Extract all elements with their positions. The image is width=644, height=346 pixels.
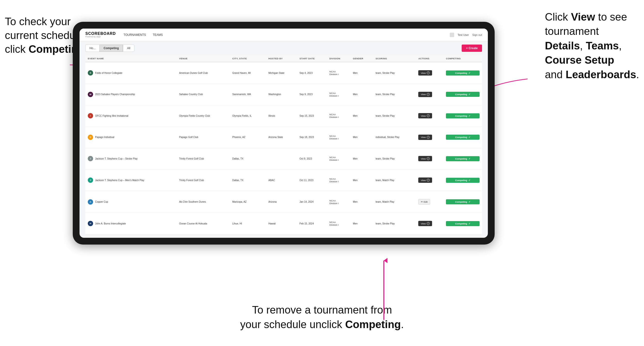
checkmark-icon: ✓ <box>468 136 470 139</box>
col-hosted-by: HOSTED BY <box>266 55 297 62</box>
competing-button[interactable]: Competing ✓ <box>446 92 480 97</box>
checkmark-icon: ✓ <box>468 200 470 203</box>
cell-venue: Trinity Forest Golf Club <box>177 170 230 191</box>
cell-division: NCAADivision I <box>327 148 350 170</box>
table-row: A Copper Cup Ak-Chin Southern DunesMaric… <box>85 191 482 213</box>
tab-all[interactable]: All <box>123 44 134 52</box>
col-actions: ACTIONS <box>416 55 444 62</box>
cell-hosted_by: Arizona State <box>266 127 297 148</box>
table-row: J Jackson T. Stephens Cup – Men's Match … <box>85 170 482 191</box>
view-button[interactable]: View i <box>418 156 432 161</box>
cell-scoring: team, Stroke Play <box>373 84 416 105</box>
anno-tr-bold3: Teams <box>586 40 619 52</box>
sign-out-link[interactable]: Sign out <box>472 33 482 36</box>
view-button[interactable]: View i <box>418 70 432 76</box>
cell-event-name: J Jackson T. Stephens Cup – Men's Match … <box>85 170 177 191</box>
info-icon: i <box>427 179 430 181</box>
cell-start_date: Oct 9, 2023 <box>297 148 327 170</box>
checkmark-icon: ✓ <box>468 179 470 181</box>
table-row: J Jackson T. Stephens Cup – Stroke Play … <box>85 148 482 170</box>
team-logo: P <box>88 135 93 140</box>
cell-city_state: Phoenix, AZ <box>230 127 266 148</box>
cell-actions: View i <box>416 84 444 105</box>
team-logo: H <box>88 221 93 226</box>
competing-button[interactable]: Competing ✓ <box>446 113 480 118</box>
cell-gender: Men <box>350 105 373 127</box>
competing-button[interactable]: Competing ✓ <box>446 221 480 226</box>
cell-gender: Men <box>350 84 373 105</box>
tab-home[interactable]: Ho... <box>85 44 100 52</box>
cell-scoring: team, Stroke Play <box>373 148 416 170</box>
table-row: W 2023 Sahalee Players Championship Saha… <box>85 84 482 105</box>
event-name-text: Copper Cup <box>95 200 108 203</box>
table-header-row: EVENT NAME VENUE CITY, STATE HOSTED BY S… <box>85 55 482 62</box>
table-row: H John A. Burns Intercollegiate Ocean Co… <box>85 213 482 234</box>
info-icon: i <box>427 114 430 117</box>
table-row: S Folds of Honor Collegiate American Dun… <box>85 62 482 84</box>
anno-b-period: . <box>401 318 404 330</box>
cell-hosted_by: Michigan State <box>266 62 297 84</box>
competing-button[interactable]: Competing ✓ <box>446 135 480 140</box>
cell-event-name: J Jackson T. Stephens Cup – Stroke Play <box>85 148 177 170</box>
cell-hosted_by <box>266 148 297 170</box>
competing-button[interactable]: Competing ✓ <box>446 178 480 183</box>
cell-venue: Sahalee Country Club <box>177 84 230 105</box>
cell-start_date: Sep 4, 2023 <box>297 62 327 84</box>
tab-competing[interactable]: Competing <box>100 44 123 52</box>
nav-teams[interactable]: TEAMS <box>153 32 163 37</box>
cell-competing: Competing ✓ <box>444 105 482 127</box>
view-button[interactable]: View i <box>418 113 432 118</box>
anno-tr-3: tournament <box>545 25 599 37</box>
cell-competing: Competing ✓ <box>444 84 482 105</box>
anno-tr-and: and <box>545 68 566 80</box>
cell-hosted_by: Hawaii <box>266 213 297 234</box>
team-logo: S <box>88 70 93 76</box>
nav-tournaments[interactable]: TOURNAMENTS <box>124 32 146 37</box>
cell-city_state: Grand Haven, MI <box>230 62 266 84</box>
anno-tr-1: Click <box>545 11 571 23</box>
cell-start_date: Jan 14, 2024 <box>297 191 327 213</box>
view-button[interactable]: View i <box>418 135 432 140</box>
col-event-name: EVENT NAME <box>85 55 177 62</box>
info-icon: i <box>427 157 430 160</box>
competing-button[interactable]: Competing ✓ <box>446 156 480 161</box>
cell-hosted_by: Illinois <box>266 105 297 127</box>
cell-city_state: Lihue, HI <box>230 213 266 234</box>
cell-actions: View i <box>416 148 444 170</box>
edit-button[interactable]: ✏ Edit <box>418 199 430 205</box>
col-division: DIVISION <box>327 55 350 62</box>
checkmark-icon: ✓ <box>468 222 470 225</box>
checkmark-icon: ✓ <box>468 115 470 117</box>
app-header: SCOREBOARD Powered by clippi TOURNAMENTS… <box>80 28 488 41</box>
event-name-text: Jackson T. Stephens Cup – Stroke Play <box>95 157 138 160</box>
col-city-state: CITY, STATE <box>230 55 266 62</box>
event-name-text: OFCC Fighting Illini Invitational <box>95 115 128 117</box>
info-icon: i <box>427 93 430 96</box>
cell-gender: Men <box>350 62 373 84</box>
team-logo: J <box>88 177 93 183</box>
competing-button[interactable]: Competing ✓ <box>446 70 480 76</box>
logo-title: SCOREBOARD <box>85 32 116 36</box>
arrow-bottom <box>380 257 388 320</box>
view-button[interactable]: View i <box>418 92 432 97</box>
view-button[interactable]: View i <box>418 221 432 226</box>
cell-hosted_by: ABAC <box>266 170 297 191</box>
cell-venue: Ocean Course At Hokuala <box>177 213 230 234</box>
event-name-text: Papago Individual <box>95 136 114 139</box>
cell-competing: Competing ✓ <box>444 191 482 213</box>
cell-scoring: individual, Stroke Play <box>373 127 416 148</box>
cell-hosted_by: Washington <box>266 84 297 105</box>
competing-button[interactable]: Competing ✓ <box>446 199 480 204</box>
cell-actions: View i <box>416 62 444 84</box>
cell-actions: View i <box>416 213 444 234</box>
cell-scoring: team, Match Play <box>373 170 416 191</box>
cell-city_state: Maricopa, AZ <box>230 191 266 213</box>
event-name-text: Folds of Honor Collegiate <box>95 72 122 74</box>
create-button[interactable]: + Create <box>462 44 482 52</box>
checkmark-icon: ✓ <box>468 93 470 96</box>
cell-division: NCAADivision I <box>327 105 350 127</box>
view-button[interactable]: View i <box>418 177 432 183</box>
table-row: I OFCC Fighting Illini Invitational Olym… <box>85 105 482 127</box>
checkmark-icon: ✓ <box>468 157 470 160</box>
cell-venue: Papago Golf Club <box>177 127 230 148</box>
